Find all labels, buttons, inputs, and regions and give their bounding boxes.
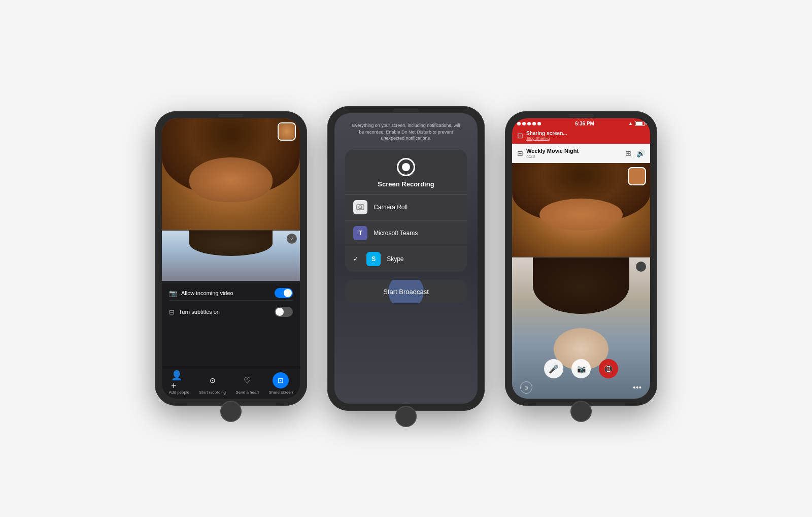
phone3-bottom-icons: ⊙ ••• — [520, 381, 642, 394]
skype-label: Skype — [387, 255, 403, 263]
phone1-action-bar: 👤+ Add people ⊙ Start recording ♡ Send a… — [162, 368, 300, 399]
teams-option[interactable]: T Microsoft Teams — [345, 220, 467, 246]
subtitle-toggle-switch[interactable] — [275, 307, 293, 317]
toggle-video-text: Allow incoming video — [181, 290, 233, 296]
phone2-speaker — [393, 109, 419, 112]
header-actions: ⊞ 🔊 — [625, 149, 645, 157]
phone-3: 6:36 PM ▲ ⊡ Sharing screen... Stop Shari… — [505, 111, 657, 406]
phone1-speaker — [218, 114, 244, 117]
signal-dot-5 — [537, 122, 541, 125]
toggle-subtitle-label-group: ⊟ Turn subtitles on — [169, 308, 220, 316]
skype-icon: S — [366, 252, 381, 266]
phone3-screen: 6:36 PM ▲ ⊡ Sharing screen... Stop Shari… — [512, 118, 650, 399]
mute-button[interactable]: 🎤 — [544, 359, 563, 378]
phone1-home-button[interactable] — [220, 401, 242, 422]
sharing-banner: ⊡ Sharing screen... Stop Sharing — [512, 128, 650, 144]
more-options-button[interactable]: ••• — [633, 383, 642, 392]
camera-roll-label: Camera Roll — [374, 204, 408, 211]
start-broadcast-label: Start Broadcast — [383, 288, 429, 296]
camera-icon: 📷 — [577, 365, 586, 373]
call-duration: 4:20 — [526, 154, 579, 159]
signal-dot-3 — [527, 122, 531, 125]
end-call-button[interactable]: 📵 — [599, 359, 618, 378]
call-type-icon: ⊟ — [517, 149, 523, 157]
svg-point-1 — [359, 206, 362, 209]
phone3-home-button[interactable] — [570, 401, 592, 422]
signal-dot-2 — [522, 122, 526, 125]
phone1-self-view — [278, 122, 296, 141]
focus-icon: ⊙ — [524, 385, 528, 391]
call-info-group: ⊟ Weekly Movie Night 4:20 — [517, 148, 579, 159]
signal-dot-1 — [517, 122, 521, 125]
add-people-button[interactable]: 👤+ Add people — [169, 372, 189, 395]
skype-checkmark: ✓ — [353, 255, 358, 263]
teams-icon: T — [353, 226, 367, 240]
start-recording-button[interactable]: ⊙ Start recording — [199, 372, 226, 395]
wifi-icon: ▲ — [628, 121, 633, 126]
call-name-group: Weekly Movie Night 4:20 — [526, 148, 579, 159]
stop-sharing-link[interactable]: Stop Sharing — [526, 136, 645, 141]
end-call-icon: 📵 — [603, 364, 614, 374]
popup-title: Screen Recording — [378, 180, 434, 188]
battery-icon — [635, 121, 645, 126]
phone3-status-bar: 6:36 PM ▲ — [512, 118, 650, 128]
sharing-screen-icon: ⊡ — [517, 132, 523, 140]
popup-header: Screen Recording — [345, 150, 467, 195]
phone-2: Everything on your screen, including not… — [327, 106, 485, 411]
grid-icon[interactable]: ⊞ — [625, 149, 631, 157]
send-heart-button[interactable]: ♡ Send a heart — [235, 372, 259, 395]
phone3-video-main — [512, 163, 650, 257]
phone3-content: 6:36 PM ▲ ⊡ Sharing screen... Stop Shari… — [512, 118, 650, 399]
heart-icon: ♡ — [239, 372, 255, 389]
phone2-content-area: Everything on your screen, including not… — [334, 113, 478, 404]
phone1-video-main — [162, 118, 300, 230]
broadcast-popup: Screen Recording Camera Roll — [345, 150, 467, 272]
share-screen-button[interactable]: ⊡ Share screen — [269, 372, 293, 395]
share-screen-icon: ⊡ — [273, 372, 289, 389]
phone2-screen: Everything on your screen, including not… — [334, 113, 478, 404]
record-dot — [402, 163, 410, 171]
phone1-secondary-hair — [189, 231, 272, 256]
phone3-video-secondary: 🎤 📷 📵 ⊙ ••• — [512, 257, 650, 399]
phone3-secondary-badge — [636, 262, 646, 272]
skype-option[interactable]: ✓ S Skype — [345, 246, 467, 272]
volume-icon[interactable]: 🔊 — [636, 149, 645, 157]
phone1-secondary-badge: ⊘ — [287, 234, 297, 244]
status-icons-group: ▲ — [628, 121, 645, 126]
camera-roll-icon — [353, 200, 367, 214]
phone1-controls-area: 📷 Allow incoming video ⊟ Turn subtitles … — [162, 281, 300, 368]
start-broadcast-button[interactable]: Start Broadcast — [345, 280, 467, 303]
start-recording-label: Start recording — [199, 390, 226, 395]
call-header: ⊟ Weekly Movie Night 4:20 ⊞ 🔊 — [512, 144, 650, 163]
call-name: Weekly Movie Night — [526, 148, 579, 154]
sharing-text-group: Sharing screen... Stop Sharing — [526, 131, 645, 141]
toggle-subtitle-text: Turn subtitles on — [179, 309, 220, 315]
video-toggle-switch[interactable] — [275, 288, 293, 298]
phone-1: ⊘ 📷 Allow incoming video ⊟ Turn subtitle… — [155, 111, 307, 406]
phone3-call-controls: 🎤 📷 📵 — [544, 359, 618, 378]
status-time: 6:36 PM — [575, 121, 594, 126]
add-people-label: Add people — [169, 390, 189, 395]
main-container: ⊘ 📷 Allow incoming video ⊟ Turn subtitle… — [0, 0, 812, 517]
phone1-secondary-person — [162, 231, 300, 281]
video-toggle-button[interactable]: 📷 — [571, 359, 591, 378]
add-people-icon: 👤+ — [171, 372, 187, 389]
video-icon: 📷 — [169, 289, 177, 297]
phone1-face-skin — [189, 157, 272, 202]
phone1-screen: ⊘ 📷 Allow incoming video ⊟ Turn subtitle… — [162, 118, 300, 399]
camera-roll-option[interactable]: Camera Roll — [345, 195, 467, 220]
focus-icon-button[interactable]: ⊙ — [520, 381, 532, 394]
battery-fill — [636, 122, 642, 125]
signal-dot-4 — [532, 122, 536, 125]
toggle-video-label-group: 📷 Allow incoming video — [169, 289, 233, 297]
phone2-home-button[interactable] — [395, 406, 417, 427]
phone1-video-secondary: ⊘ — [162, 230, 300, 281]
record-circle-icon — [397, 158, 415, 176]
sharing-title: Sharing screen... — [526, 131, 645, 136]
phone1-mini-face — [279, 123, 295, 140]
phone3-speaker — [568, 114, 594, 117]
send-heart-label: Send a heart — [235, 390, 259, 395]
toggle-video-row[interactable]: 📷 Allow incoming video — [169, 286, 293, 301]
toggle-subtitle-row[interactable]: ⊟ Turn subtitles on — [169, 305, 293, 319]
record-icon: ⊙ — [205, 372, 221, 389]
